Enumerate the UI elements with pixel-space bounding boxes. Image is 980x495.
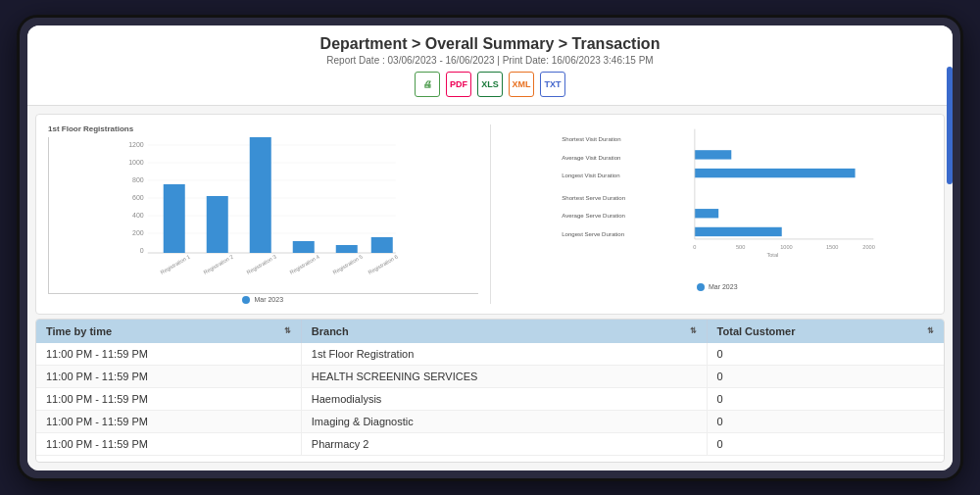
svg-text:Longest Visit Duration: Longest Visit Duration	[562, 172, 619, 178]
cell-total: 0	[707, 343, 944, 366]
svg-text:Total: Total	[766, 251, 778, 257]
report-date: Report Date : 03/06/2023 - 16/06/2023 | …	[47, 55, 933, 66]
svg-text:500: 500	[735, 244, 744, 250]
cell-branch: HEALTH SCREENING SERVICES	[301, 365, 707, 387]
charts-section: 1st Floor Registrations 1200 1000 800 60…	[35, 114, 945, 315]
table-section: Time by time ⇅ Branch ⇅	[35, 319, 945, 463]
cell-time: 11:00 PM - 11:59 PM	[36, 365, 301, 387]
svg-text:2000: 2000	[862, 244, 874, 250]
left-chart-legend: Mar 2023	[48, 296, 478, 304]
svg-text:Registration 4: Registration 4	[289, 253, 320, 273]
table-row: 11:00 PM - 11:59 PMPharmacy 20	[36, 432, 944, 455]
print-button[interactable]: 🖨	[415, 72, 440, 97]
right-chart: Shortest Visit Duration Average Visit Du…	[490, 124, 933, 304]
scrollbar[interactable]	[947, 67, 953, 184]
xls-button[interactable]: XLS	[477, 72, 503, 97]
page-title: Department > Overall Summary > Transacti…	[47, 35, 933, 53]
table-row: 11:00 PM - 11:59 PMImaging & Diagnostic0	[36, 410, 944, 432]
left-chart: 1st Floor Registrations 1200 1000 800 60…	[48, 124, 478, 304]
left-legend-dot	[242, 296, 250, 304]
svg-text:Registration 1: Registration 1	[160, 253, 191, 273]
cell-time: 11:00 PM - 11:59 PM	[36, 432, 301, 455]
sort-icon-branch[interactable]: ⇅	[690, 326, 697, 335]
svg-text:1000: 1000	[780, 244, 792, 250]
th-branch-label: Branch	[312, 325, 349, 337]
svg-text:800: 800	[132, 176, 144, 183]
left-chart-title: 1st Floor Registrations	[48, 124, 478, 133]
svg-text:Registration 6: Registration 6	[368, 253, 399, 273]
svg-rect-35	[694, 209, 717, 218]
svg-text:Average Visit Duration: Average Visit Duration	[562, 153, 620, 160]
th-branch: Branch ⇅	[301, 320, 707, 343]
txt-button[interactable]: TXT	[540, 72, 565, 97]
svg-rect-18	[336, 245, 358, 253]
svg-text:400: 400	[132, 212, 144, 219]
toolbar: 🖨 PDF XLS XML TXT	[47, 72, 933, 97]
right-chart-container: Shortest Visit Duration Average Visit Du…	[503, 124, 933, 281]
cell-total: 0	[707, 432, 944, 455]
cell-total: 0	[707, 410, 944, 432]
table-row: 11:00 PM - 11:59 PM1st Floor Registratio…	[36, 343, 944, 366]
sort-icon-time[interactable]: ⇅	[284, 326, 291, 335]
xml-button[interactable]: XML	[509, 72, 534, 97]
table-row: 11:00 PM - 11:59 PMHEALTH SCREENING SERV…	[36, 365, 944, 387]
data-table: Time by time ⇅ Branch ⇅	[36, 320, 944, 456]
svg-text:0: 0	[693, 244, 696, 250]
cell-time: 11:00 PM - 11:59 PM	[36, 410, 301, 432]
left-chart-container: 1200 1000 800 600 400 200 0	[48, 137, 478, 294]
svg-rect-15	[207, 196, 228, 253]
svg-text:Shortest Visit Duration: Shortest Visit Duration	[562, 134, 620, 141]
header: Department > Overall Summary > Transacti…	[27, 25, 953, 106]
svg-rect-14	[164, 184, 185, 253]
sort-icon-total[interactable]: ⇅	[927, 326, 934, 335]
th-total: Total Customer ⇅	[707, 320, 944, 343]
cell-total: 0	[707, 387, 944, 410]
svg-rect-29	[694, 150, 730, 159]
cell-branch: 1st Floor Registration	[301, 343, 707, 366]
svg-rect-19	[371, 237, 393, 253]
th-time-label: Time by time	[46, 325, 112, 337]
pdf-button[interactable]: PDF	[446, 72, 471, 97]
table-header-row: Time by time ⇅ Branch ⇅	[36, 320, 944, 343]
svg-rect-17	[293, 241, 315, 253]
table-row: 11:00 PM - 11:59 PMHaemodialysis0	[36, 387, 944, 410]
right-legend-dot	[697, 283, 705, 291]
svg-text:Registration 3: Registration 3	[246, 253, 277, 273]
content-area: 1st Floor Registrations 1200 1000 800 60…	[27, 106, 953, 470]
right-legend-label: Mar 2023	[709, 283, 738, 290]
th-total-label: Total Customer	[717, 325, 796, 337]
svg-text:Shortest Serve Duration: Shortest Serve Duration	[562, 193, 625, 200]
cell-time: 11:00 PM - 11:59 PM	[36, 343, 301, 366]
svg-text:200: 200	[132, 229, 144, 236]
svg-text:0: 0	[140, 247, 144, 254]
svg-text:Registration 5: Registration 5	[332, 253, 364, 273]
svg-text:Average Serve Duration: Average Serve Duration	[562, 212, 625, 219]
svg-text:Longest Serve Duration: Longest Serve Duration	[562, 230, 624, 237]
svg-text:1500: 1500	[825, 244, 837, 250]
left-chart-svg: 1200 1000 800 600 400 200 0	[49, 137, 478, 274]
svg-text:Registration 2: Registration 2	[203, 253, 234, 273]
cell-branch: Haemodialysis	[301, 387, 707, 410]
right-chart-svg: Shortest Visit Duration Average Visit Du…	[503, 124, 933, 267]
screen: Department > Overall Summary > Transacti…	[27, 25, 953, 470]
device-frame: Department > Overall Summary > Transacti…	[20, 18, 960, 478]
cell-total: 0	[707, 365, 944, 387]
svg-text:600: 600	[132, 194, 144, 201]
left-legend-label: Mar 2023	[254, 296, 283, 303]
svg-rect-16	[250, 137, 271, 253]
cell-time: 11:00 PM - 11:59 PM	[36, 387, 301, 410]
svg-text:1200: 1200	[128, 141, 144, 148]
svg-rect-37	[694, 226, 781, 235]
svg-text:1000: 1000	[128, 159, 144, 166]
svg-rect-31	[694, 168, 855, 176]
cell-branch: Pharmacy 2	[301, 432, 707, 455]
right-chart-legend: Mar 2023	[503, 283, 933, 291]
cell-branch: Imaging & Diagnostic	[301, 410, 707, 432]
th-time: Time by time ⇅	[36, 320, 301, 343]
